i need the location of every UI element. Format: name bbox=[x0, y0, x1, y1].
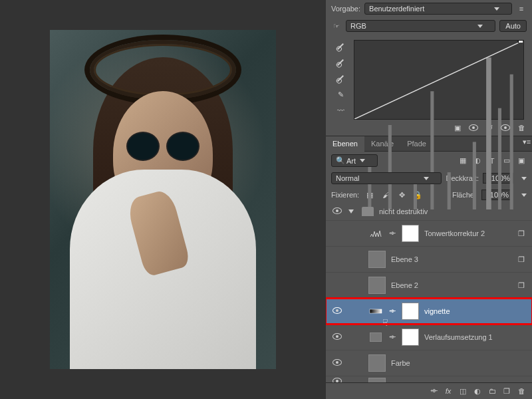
layer-ebene3[interactable]: Ebene 3 ❐ bbox=[326, 247, 532, 273]
layer-partial[interactable] bbox=[326, 376, 532, 382]
curves-sampler-tools: ✎ 〰 bbox=[331, 37, 350, 120]
clip-icon[interactable]: ❐ bbox=[516, 280, 527, 291]
layer-levels[interactable]: ⬲ Tonwertkorrektur 2 ❐ bbox=[326, 221, 532, 247]
layer-farbe[interactable]: Farbe bbox=[326, 350, 532, 376]
layer-mask[interactable] bbox=[402, 225, 419, 242]
finger-icon[interactable]: ☞ bbox=[331, 21, 342, 31]
filter-kind-label: Art bbox=[346, 157, 356, 165]
channel-value: RGB bbox=[350, 22, 366, 30]
gray-point-eyedropper-icon[interactable] bbox=[335, 57, 346, 68]
filter-kind-dropdown[interactable]: 🔍Art bbox=[331, 154, 378, 167]
layer-thumbnail[interactable] bbox=[368, 251, 386, 268]
layer-name[interactable]: Ebene 3 bbox=[391, 255, 511, 263]
curves-panel: Vorgabe: Benutzerdefiniert ≡ ☞ RGB Auto … bbox=[326, 0, 532, 136]
clip-icon[interactable]: ❐ bbox=[516, 254, 527, 265]
add-mask-icon[interactable]: ◫ bbox=[458, 386, 468, 396]
svg-rect-7 bbox=[498, 108, 501, 209]
layer-name[interactable]: Verlaufsumsetzung 1 bbox=[424, 333, 527, 341]
blend-mode-value: Normal bbox=[336, 174, 359, 182]
svg-rect-10 bbox=[518, 41, 523, 43]
visibility-toggle[interactable] bbox=[331, 207, 343, 215]
link-icon[interactable]: ⬲ bbox=[388, 334, 396, 341]
white-point-eyedropper-icon[interactable] bbox=[335, 73, 346, 84]
new-group-icon[interactable]: 🗀 bbox=[487, 386, 497, 396]
layer-vignette[interactable]: ⬲ vignette ☟ bbox=[326, 299, 532, 325]
auto-button[interactable]: Auto bbox=[499, 20, 527, 32]
folder-icon bbox=[362, 207, 374, 216]
layer-name[interactable]: vignette bbox=[424, 307, 527, 315]
layers-footer: ⬲ fx ◫ ◐ 🗀 ❐ 🗑 bbox=[326, 382, 532, 399]
channel-dropdown[interactable]: RGB bbox=[346, 20, 495, 32]
svg-rect-1 bbox=[388, 125, 392, 209]
link-icon[interactable]: ⬲ bbox=[388, 308, 396, 315]
levels-icon bbox=[368, 227, 383, 239]
new-adjustment-icon[interactable]: ◐ bbox=[472, 386, 483, 396]
right-panels: Vorgabe: Benutzerdefiniert ≡ ☞ RGB Auto … bbox=[326, 0, 532, 399]
preset-dropdown[interactable]: Benutzerdefiniert bbox=[364, 3, 512, 15]
layer-gradmap[interactable]: ⬲ Verlaufsumsetzung 1 bbox=[326, 325, 532, 350]
gradient-map-icon bbox=[368, 305, 383, 317]
svg-rect-5 bbox=[473, 142, 476, 209]
curve-draw-icon[interactable]: 〰 bbox=[335, 105, 346, 116]
layers-list: nicht destruktiv ⬲ Tonwertkorrektur 2 ❐ … bbox=[326, 203, 532, 382]
black-point-eyedropper-icon[interactable] bbox=[335, 41, 346, 52]
panel-menu-icon[interactable]: ≡ bbox=[516, 3, 527, 14]
new-layer-icon[interactable]: ❐ bbox=[501, 386, 512, 396]
layer-name[interactable]: nicht destruktiv bbox=[379, 207, 527, 215]
visibility-toggle[interactable] bbox=[331, 307, 343, 315]
svg-rect-11 bbox=[370, 309, 382, 313]
layer-mask[interactable] bbox=[402, 329, 419, 346]
blend-mode-dropdown[interactable]: Normal bbox=[331, 172, 442, 184]
layer-name[interactable]: Tonwertkorrektur 2 bbox=[424, 229, 511, 237]
visibility-toggle[interactable] bbox=[331, 333, 343, 341]
gradient-map-icon bbox=[368, 331, 383, 343]
layer-name[interactable]: Ebene 2 bbox=[391, 281, 511, 289]
visibility-toggle[interactable] bbox=[331, 378, 343, 383]
svg-line-9 bbox=[354, 41, 523, 119]
edit-points-icon[interactable]: ✎ bbox=[335, 89, 346, 100]
fx-icon[interactable]: fx bbox=[443, 386, 454, 396]
clip-icon[interactable]: ❐ bbox=[516, 228, 527, 239]
canvas-area bbox=[0, 0, 326, 399]
visibility-toggle[interactable] bbox=[331, 359, 343, 367]
preset-value: Benutzerdefiniert bbox=[369, 5, 424, 13]
layer-name[interactable]: Farbe bbox=[391, 359, 527, 367]
layer-ebene2[interactable]: Ebene 2 ❐ bbox=[326, 273, 532, 299]
layer-group[interactable]: nicht destruktiv bbox=[326, 203, 532, 221]
layer-thumbnail[interactable] bbox=[368, 378, 386, 383]
curves-graph[interactable] bbox=[354, 40, 524, 120]
layer-mask[interactable] bbox=[402, 303, 419, 320]
link-icon[interactable]: ⬲ bbox=[388, 230, 396, 237]
layer-thumbnail[interactable] bbox=[368, 277, 386, 294]
document-image[interactable] bbox=[50, 30, 276, 369]
link-layers-icon[interactable]: ⬲ bbox=[428, 386, 439, 396]
delete-layer-icon[interactable]: 🗑 bbox=[516, 386, 527, 396]
preset-label: Vorgabe: bbox=[331, 5, 360, 13]
layer-thumbnail[interactable] bbox=[368, 354, 386, 372]
group-collapse-icon[interactable] bbox=[348, 209, 354, 213]
